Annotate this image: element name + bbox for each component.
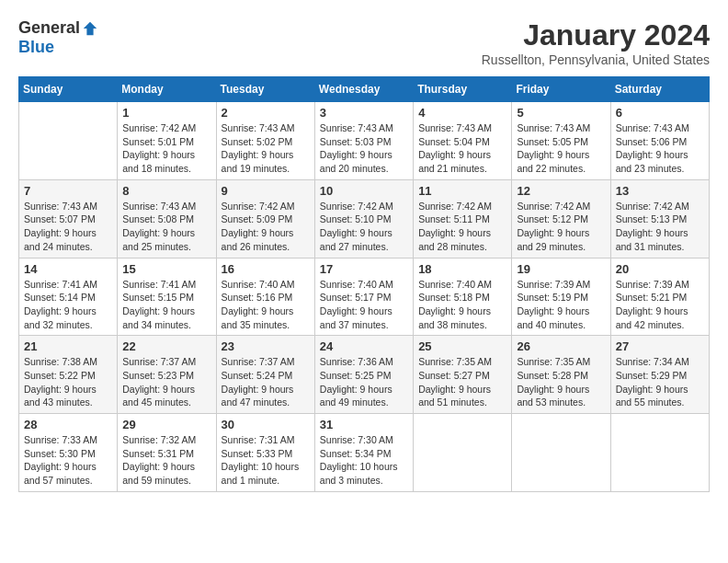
calendar-cell: 1Sunrise: 7:42 AMSunset: 5:01 PMDaylight… bbox=[118, 102, 216, 180]
weekday-header: Wednesday bbox=[314, 77, 413, 102]
day-info: Sunrise: 7:38 AMSunset: 5:22 PMDaylight:… bbox=[24, 355, 112, 409]
day-number: 9 bbox=[222, 184, 310, 198]
day-info: Sunrise: 7:42 AMSunset: 5:09 PMDaylight:… bbox=[222, 200, 310, 254]
calendar-cell: 29Sunrise: 7:32 AMSunset: 5:31 PMDayligh… bbox=[118, 414, 216, 492]
day-info: Sunrise: 7:31 AMSunset: 5:33 PMDaylight:… bbox=[222, 433, 310, 488]
calendar-cell: 13Sunrise: 7:42 AMSunset: 5:13 PMDayligh… bbox=[610, 179, 709, 258]
day-number: 24 bbox=[320, 339, 408, 353]
calendar-week-row: 1Sunrise: 7:42 AMSunset: 5:01 PMDaylight… bbox=[19, 102, 710, 180]
day-info: Sunrise: 7:40 AMSunset: 5:16 PMDaylight:… bbox=[222, 278, 310, 332]
day-info: Sunrise: 7:43 AMSunset: 5:07 PMDaylight:… bbox=[24, 200, 112, 254]
day-number: 17 bbox=[320, 262, 408, 276]
day-info: Sunrise: 7:43 AMSunset: 5:05 PMDaylight:… bbox=[517, 121, 605, 176]
logo-blue-text: Blue bbox=[18, 38, 54, 56]
day-info: Sunrise: 7:42 AMSunset: 5:10 PMDaylight:… bbox=[320, 200, 408, 254]
day-number: 29 bbox=[122, 418, 210, 431]
calendar-cell: 3Sunrise: 7:43 AMSunset: 5:03 PMDaylight… bbox=[314, 102, 413, 180]
day-info: Sunrise: 7:40 AMSunset: 5:18 PMDaylight:… bbox=[418, 278, 506, 332]
calendar-cell: 31Sunrise: 7:30 AMSunset: 5:34 PMDayligh… bbox=[314, 414, 413, 492]
calendar-week-row: 21Sunrise: 7:38 AMSunset: 5:22 PMDayligh… bbox=[19, 336, 710, 414]
day-info: Sunrise: 7:43 AMSunset: 5:04 PMDaylight:… bbox=[418, 121, 506, 176]
day-info: Sunrise: 7:42 AMSunset: 5:01 PMDaylight:… bbox=[122, 121, 210, 176]
day-number: 21 bbox=[24, 339, 112, 353]
day-number: 22 bbox=[122, 339, 210, 353]
calendar-cell: 14Sunrise: 7:41 AMSunset: 5:14 PMDayligh… bbox=[19, 258, 118, 336]
day-number: 31 bbox=[320, 418, 408, 431]
weekday-header: Monday bbox=[118, 77, 216, 102]
svg-marker-0 bbox=[84, 21, 97, 34]
day-info: Sunrise: 7:33 AMSunset: 5:30 PMDaylight:… bbox=[24, 433, 112, 488]
day-info: Sunrise: 7:43 AMSunset: 5:06 PMDaylight:… bbox=[616, 121, 704, 176]
day-number: 3 bbox=[320, 106, 408, 120]
day-number: 8 bbox=[122, 184, 210, 198]
calendar-cell: 23Sunrise: 7:37 AMSunset: 5:24 PMDayligh… bbox=[216, 336, 314, 414]
logo-icon bbox=[82, 20, 98, 37]
day-info: Sunrise: 7:35 AMSunset: 5:27 PMDaylight:… bbox=[418, 355, 506, 409]
day-info: Sunrise: 7:32 AMSunset: 5:31 PMDaylight:… bbox=[122, 433, 210, 488]
day-info: Sunrise: 7:35 AMSunset: 5:28 PMDaylight:… bbox=[517, 355, 605, 409]
day-number: 11 bbox=[418, 184, 506, 198]
day-number: 4 bbox=[418, 106, 506, 120]
weekday-header: Saturday bbox=[610, 77, 709, 102]
weekday-header: Thursday bbox=[414, 77, 512, 102]
calendar-cell: 28Sunrise: 7:33 AMSunset: 5:30 PMDayligh… bbox=[19, 414, 118, 492]
weekday-header-row: SundayMondayTuesdayWednesdayThursdayFrid… bbox=[19, 77, 710, 102]
calendar-cell bbox=[414, 414, 512, 492]
day-number: 6 bbox=[616, 106, 704, 120]
calendar-cell: 25Sunrise: 7:35 AMSunset: 5:27 PMDayligh… bbox=[414, 336, 512, 414]
title-area: January 2024 Russellton, Pennsylvania, U… bbox=[482, 18, 710, 67]
calendar-cell: 19Sunrise: 7:39 AMSunset: 5:19 PMDayligh… bbox=[512, 258, 610, 336]
weekday-header: Tuesday bbox=[216, 77, 314, 102]
calendar-cell bbox=[610, 414, 709, 492]
day-info: Sunrise: 7:30 AMSunset: 5:34 PMDaylight:… bbox=[320, 433, 408, 488]
day-info: Sunrise: 7:37 AMSunset: 5:23 PMDaylight:… bbox=[122, 355, 210, 409]
day-info: Sunrise: 7:34 AMSunset: 5:29 PMDaylight:… bbox=[616, 355, 704, 409]
day-info: Sunrise: 7:42 AMSunset: 5:11 PMDaylight:… bbox=[418, 200, 506, 254]
day-number: 13 bbox=[616, 184, 704, 198]
calendar-cell: 20Sunrise: 7:39 AMSunset: 5:21 PMDayligh… bbox=[610, 258, 709, 336]
day-number: 16 bbox=[222, 262, 310, 276]
page-header: General Blue January 2024 Russellton, Pe… bbox=[18, 18, 710, 67]
calendar-cell: 26Sunrise: 7:35 AMSunset: 5:28 PMDayligh… bbox=[512, 336, 610, 414]
day-number: 12 bbox=[517, 184, 605, 198]
day-info: Sunrise: 7:43 AMSunset: 5:03 PMDaylight:… bbox=[320, 121, 408, 176]
day-number: 2 bbox=[222, 106, 310, 120]
day-info: Sunrise: 7:42 AMSunset: 5:12 PMDaylight:… bbox=[517, 200, 605, 254]
calendar-cell: 5Sunrise: 7:43 AMSunset: 5:05 PMDaylight… bbox=[512, 102, 610, 180]
day-info: Sunrise: 7:36 AMSunset: 5:25 PMDaylight:… bbox=[320, 355, 408, 409]
day-info: Sunrise: 7:39 AMSunset: 5:21 PMDaylight:… bbox=[616, 278, 704, 332]
day-info: Sunrise: 7:41 AMSunset: 5:15 PMDaylight:… bbox=[122, 278, 210, 332]
day-info: Sunrise: 7:37 AMSunset: 5:24 PMDaylight:… bbox=[222, 355, 310, 409]
day-number: 15 bbox=[122, 262, 210, 276]
day-number: 26 bbox=[517, 339, 605, 353]
day-number: 23 bbox=[222, 339, 310, 353]
calendar-week-row: 14Sunrise: 7:41 AMSunset: 5:14 PMDayligh… bbox=[19, 258, 710, 336]
logo-general-text: General bbox=[18, 18, 80, 38]
weekday-header: Friday bbox=[512, 77, 610, 102]
calendar-cell: 6Sunrise: 7:43 AMSunset: 5:06 PMDaylight… bbox=[610, 102, 709, 180]
day-number: 20 bbox=[616, 262, 704, 276]
weekday-header: Sunday bbox=[19, 77, 118, 102]
calendar-cell bbox=[19, 102, 118, 180]
day-info: Sunrise: 7:43 AMSunset: 5:02 PMDaylight:… bbox=[222, 121, 310, 176]
day-number: 25 bbox=[418, 339, 506, 353]
calendar-cell: 27Sunrise: 7:34 AMSunset: 5:29 PMDayligh… bbox=[610, 336, 709, 414]
location-text: Russellton, Pennsylvania, United States bbox=[482, 52, 710, 67]
day-info: Sunrise: 7:40 AMSunset: 5:17 PMDaylight:… bbox=[320, 278, 408, 332]
calendar-cell: 15Sunrise: 7:41 AMSunset: 5:15 PMDayligh… bbox=[118, 258, 216, 336]
calendar-table: SundayMondayTuesdayWednesdayThursdayFrid… bbox=[18, 76, 710, 492]
calendar-cell: 8Sunrise: 7:43 AMSunset: 5:08 PMDaylight… bbox=[118, 179, 216, 258]
day-number: 30 bbox=[222, 418, 310, 431]
day-number: 19 bbox=[517, 262, 605, 276]
calendar-cell: 16Sunrise: 7:40 AMSunset: 5:16 PMDayligh… bbox=[216, 258, 314, 336]
calendar-cell: 2Sunrise: 7:43 AMSunset: 5:02 PMDaylight… bbox=[216, 102, 314, 180]
calendar-cell: 21Sunrise: 7:38 AMSunset: 5:22 PMDayligh… bbox=[19, 336, 118, 414]
day-info: Sunrise: 7:42 AMSunset: 5:13 PMDaylight:… bbox=[616, 200, 704, 254]
calendar-cell: 18Sunrise: 7:40 AMSunset: 5:18 PMDayligh… bbox=[414, 258, 512, 336]
calendar-cell: 12Sunrise: 7:42 AMSunset: 5:12 PMDayligh… bbox=[512, 179, 610, 258]
day-number: 27 bbox=[616, 339, 704, 353]
calendar-cell: 11Sunrise: 7:42 AMSunset: 5:11 PMDayligh… bbox=[414, 179, 512, 258]
calendar-cell: 24Sunrise: 7:36 AMSunset: 5:25 PMDayligh… bbox=[314, 336, 413, 414]
calendar-cell: 10Sunrise: 7:42 AMSunset: 5:10 PMDayligh… bbox=[314, 179, 413, 258]
day-number: 5 bbox=[517, 106, 605, 120]
